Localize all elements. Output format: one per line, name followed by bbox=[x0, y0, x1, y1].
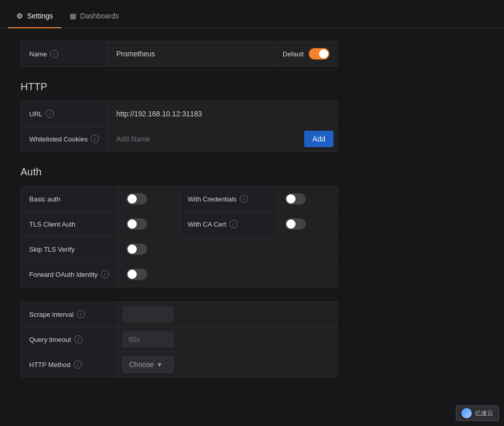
auth-cell-skip-tls: Skip TLS Verify bbox=[21, 237, 179, 261]
http-method-row: HTTP Method i Choose ▾ bbox=[21, 352, 338, 377]
tab-settings-label: Settings bbox=[27, 12, 53, 20]
query-timeout-info-icon[interactable]: i bbox=[74, 335, 82, 343]
basic-auth-label: Basic auth bbox=[21, 187, 118, 211]
tab-dashboards-label: Dashboards bbox=[80, 12, 119, 20]
default-label: Default bbox=[283, 50, 304, 58]
with-credentials-toggle-slider bbox=[285, 193, 306, 205]
cookies-input[interactable] bbox=[108, 127, 304, 151]
auth-row-1: Basic auth With Credentials i bbox=[21, 187, 338, 212]
tab-dashboards[interactable]: ▦ Dashboards bbox=[61, 12, 128, 28]
scrape-interval-label: Scrape interval i bbox=[21, 302, 118, 327]
bottom-fields: Scrape interval i Query timeout i HTTP M… bbox=[20, 301, 338, 377]
watermark-text: 亿速云 bbox=[475, 409, 493, 418]
query-timeout-input[interactable] bbox=[122, 331, 174, 348]
url-info-icon[interactable]: i bbox=[46, 110, 54, 118]
forward-oauth-toggle-slider bbox=[127, 269, 147, 280]
name-row: Name i Default bbox=[20, 41, 338, 67]
settings-icon: ⚙ bbox=[16, 12, 23, 20]
tabs-bar: ⚙ Settings ▦ Dashboards bbox=[0, 0, 504, 29]
with-credentials-toggle[interactable] bbox=[285, 193, 306, 205]
forward-oauth-toggle[interactable] bbox=[127, 269, 147, 280]
auth-row-2: TLS Client Auth With CA Cert i bbox=[21, 212, 338, 237]
default-toggle[interactable] bbox=[309, 48, 329, 59]
tls-client-auth-toggle[interactable] bbox=[127, 218, 147, 230]
http-fields-block: URL i Whitelisted Cookies i Add bbox=[20, 101, 338, 152]
name-info-icon[interactable]: i bbox=[50, 50, 58, 58]
cookies-info-icon[interactable]: i bbox=[91, 135, 99, 143]
auth-cell-forward-oauth: Forward OAuth Identity i bbox=[21, 262, 179, 287]
auth-section-title: Auth bbox=[20, 166, 338, 178]
url-label: URL i bbox=[21, 102, 108, 126]
http-method-dropdown[interactable]: Choose ▾ bbox=[122, 356, 174, 373]
watermark-icon bbox=[461, 408, 472, 418]
auth-row-4: Forward OAuth Identity i bbox=[21, 262, 338, 287]
add-cookie-button[interactable]: Add bbox=[304, 131, 333, 147]
auth-row-3: Skip TLS Verify bbox=[21, 237, 338, 262]
scrape-interval-info-icon[interactable]: i bbox=[77, 310, 85, 318]
default-toggle-slider bbox=[309, 48, 329, 59]
http-method-label: HTTP Method i bbox=[21, 352, 118, 377]
http-method-value: Choose bbox=[129, 360, 154, 369]
url-input[interactable] bbox=[108, 102, 338, 126]
url-row: URL i bbox=[21, 102, 338, 127]
with-ca-cert-label: With CA Cert i bbox=[180, 212, 277, 236]
with-credentials-info-icon[interactable]: i bbox=[240, 195, 248, 203]
query-timeout-label: Query timeout i bbox=[21, 327, 118, 352]
http-section-title: HTTP bbox=[20, 81, 338, 93]
skip-tls-label: Skip TLS Verify bbox=[21, 237, 118, 261]
scrape-interval-row: Scrape interval i bbox=[21, 302, 338, 327]
http-section: HTTP URL i Whitelisted Cookies i Add bbox=[20, 81, 338, 152]
skip-tls-toggle-slider bbox=[127, 244, 147, 255]
cookies-label: Whitelisted Cookies i bbox=[21, 127, 108, 151]
query-timeout-row: Query timeout i bbox=[21, 327, 338, 352]
scrape-interval-input[interactable] bbox=[122, 306, 174, 322]
basic-auth-toggle[interactable] bbox=[127, 193, 147, 205]
dashboards-icon: ▦ bbox=[70, 12, 76, 20]
basic-auth-toggle-slider bbox=[127, 193, 147, 205]
with-ca-cert-info-icon[interactable]: i bbox=[229, 220, 238, 228]
name-label: Name i bbox=[21, 42, 108, 66]
skip-tls-toggle[interactable] bbox=[127, 244, 147, 255]
http-method-info-icon[interactable]: i bbox=[74, 360, 82, 369]
default-section: Default bbox=[274, 42, 338, 66]
tls-client-auth-label: TLS Client Auth bbox=[21, 212, 118, 236]
watermark: 亿速云 bbox=[456, 405, 499, 421]
with-ca-cert-toggle[interactable] bbox=[285, 218, 306, 230]
with-credentials-label: With Credentials i bbox=[180, 187, 277, 211]
cookies-row: Whitelisted Cookies i Add bbox=[21, 127, 338, 151]
auth-cell-with-ca-cert: With CA Cert i bbox=[179, 212, 338, 236]
tls-client-auth-toggle-slider bbox=[127, 218, 147, 230]
chevron-down-icon: ▾ bbox=[158, 360, 161, 369]
main-content: Name i Default HTTP URL i bbox=[0, 29, 359, 390]
auth-cell-basic-auth: Basic auth bbox=[21, 187, 179, 211]
with-ca-cert-toggle-slider bbox=[285, 218, 306, 230]
forward-oauth-info-icon[interactable]: i bbox=[101, 270, 109, 278]
forward-oauth-label: Forward OAuth Identity i bbox=[21, 262, 118, 287]
auth-section: Auth Basic auth With Credentials bbox=[20, 166, 338, 287]
auth-grid: Basic auth With Credentials i bbox=[20, 186, 338, 287]
name-input[interactable] bbox=[108, 42, 274, 66]
auth-cell-tls-client-auth: TLS Client Auth bbox=[21, 212, 179, 236]
auth-cell-with-credentials: With Credentials i bbox=[179, 187, 338, 211]
tab-settings[interactable]: ⚙ Settings bbox=[8, 12, 61, 28]
